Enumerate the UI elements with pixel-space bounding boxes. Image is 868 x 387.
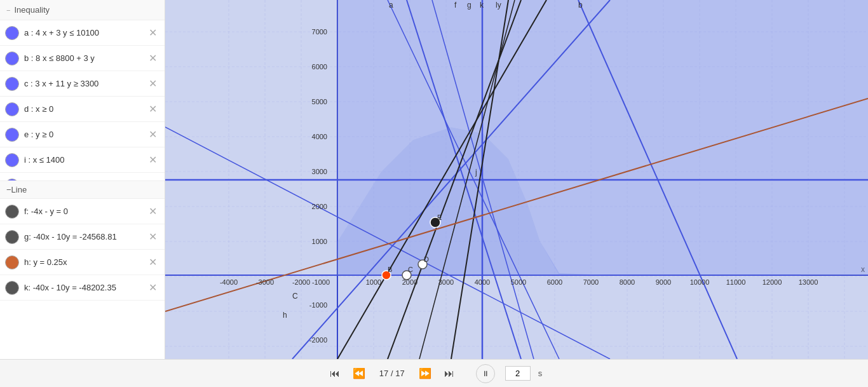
- inequality-item-b[interactable]: b : 8 x ≤ 8800 + 3 y ✕: [0, 46, 165, 71]
- inequality-item-c[interactable]: c : 3 x + 11 y ≥ 3300 ✕: [0, 71, 165, 97]
- item-label-c: c : 3 x + 11 y ≥ 3300: [24, 79, 146, 88]
- item-color-h: [5, 255, 19, 269]
- svg-text:9000: 9000: [656, 278, 671, 286]
- svg-text:5000: 5000: [511, 278, 526, 286]
- svg-text:h: h: [283, 311, 287, 320]
- main-container: − Inequality a : 4 x + 3 y ≤ 10100 ✕ b :…: [0, 0, 868, 359]
- item-color-f: [5, 205, 19, 219]
- svg-text:12000: 12000: [763, 278, 782, 286]
- svg-text:7000: 7000: [583, 278, 599, 286]
- svg-text:6000: 6000: [547, 278, 562, 286]
- inequality-collapse-icon[interactable]: −: [6, 6, 10, 14]
- svg-text:-3000: -3000: [256, 278, 274, 286]
- svg-text:3000: 3000: [312, 168, 327, 175]
- item-color-k: [5, 281, 19, 295]
- item-remove-h[interactable]: ✕: [146, 256, 159, 269]
- inequality-item-a[interactable]: a : 4 x + 3 y ≤ 10100 ✕: [0, 20, 165, 46]
- svg-text:D: D: [424, 255, 429, 263]
- item-label-h: h: y = 0.25x: [24, 257, 146, 267]
- line-section-header[interactable]: − Line: [0, 180, 165, 199]
- item-label-e: e : y ≥ 0: [24, 130, 146, 139]
- item-label-k: k: -40x - 10y = -48202.35: [24, 283, 146, 292]
- svg-text:8000: 8000: [620, 278, 635, 286]
- svg-text:6000: 6000: [312, 63, 327, 71]
- svg-text:1000: 1000: [312, 238, 327, 245]
- sidebar: − Inequality a : 4 x + 3 y ≤ 10100 ✕ b :…: [0, 0, 165, 359]
- inequality-section-header[interactable]: − Inequality: [0, 0, 165, 20]
- svg-text:C: C: [408, 266, 413, 273]
- svg-text:b: b: [578, 1, 583, 10]
- svg-text:ly: ly: [496, 1, 501, 10]
- svg-text:5000: 5000: [312, 98, 327, 105]
- speed-unit-label: s: [538, 369, 543, 378]
- item-color-i: [5, 153, 19, 167]
- next-page-button[interactable]: ⏩: [415, 365, 435, 382]
- svg-text:-4000: -4000: [220, 278, 238, 286]
- svg-text:j: j: [475, 168, 477, 177]
- inequality-item-e[interactable]: e : y ≥ 0 ✕: [0, 122, 165, 147]
- svg-text:a: a: [389, 1, 393, 10]
- item-color-d: [5, 102, 19, 116]
- item-remove-a[interactable]: ✕: [146, 27, 159, 39]
- graph-svg: x: [165, 0, 868, 359]
- svg-text:13000: 13000: [799, 278, 818, 286]
- speed-input[interactable]: [505, 366, 531, 381]
- item-color-c: [5, 77, 19, 91]
- last-page-button[interactable]: ⏭: [440, 365, 458, 382]
- inequality-section-title: Inequality: [14, 5, 50, 15]
- svg-text:2000: 2000: [312, 203, 327, 210]
- svg-text:C: C: [292, 292, 298, 301]
- item-label-f: f: -4x - y = 0: [24, 207, 146, 216]
- line-collapse-icon[interactable]: −: [6, 185, 11, 194]
- item-label-a: a : 4 x + 3 y ≤ 10100: [24, 28, 146, 37]
- prev-page-button[interactable]: ⏪: [349, 365, 369, 382]
- svg-text:1000: 1000: [366, 278, 381, 286]
- item-remove-k[interactable]: ✕: [146, 282, 159, 294]
- svg-text:-2000: -2000: [292, 278, 310, 286]
- inequality-item-i[interactable]: i : x ≤ 1400 ✕: [0, 147, 165, 173]
- svg-text:11000: 11000: [726, 278, 746, 286]
- inequality-item-d[interactable]: d : x ≥ 0 ✕: [0, 97, 165, 122]
- item-color-b: [5, 51, 19, 65]
- page-indicator: 17 / 17: [379, 369, 405, 378]
- svg-text:-1000: -1000: [309, 301, 327, 309]
- svg-text:4000: 4000: [475, 278, 490, 286]
- svg-text:k: k: [480, 1, 484, 10]
- svg-text:-2000: -2000: [309, 336, 327, 344]
- inequality-item-j[interactable]: j : y ≤ 2700 ✕: [0, 173, 165, 180]
- item-label-g: g: -40x - 10y = -24568.81: [24, 232, 146, 241]
- pause-button[interactable]: ⏸: [476, 364, 495, 383]
- line-items-list: f: -4x - y = 0 ✕ g: -40x - 10y = -24568.…: [0, 199, 165, 359]
- item-remove-f[interactable]: ✕: [146, 205, 159, 218]
- item-label-d: d : x ≥ 0: [24, 104, 146, 114]
- item-remove-d[interactable]: ✕: [146, 103, 159, 116]
- item-remove-g[interactable]: ✕: [146, 231, 159, 243]
- line-item-f[interactable]: f: -4x - y = 0 ✕: [0, 199, 165, 224]
- line-item-g[interactable]: g: -40x - 10y = -24568.81 ✕: [0, 224, 165, 250]
- svg-text:g: g: [467, 1, 471, 10]
- item-remove-i[interactable]: ✕: [146, 154, 159, 166]
- item-remove-c[interactable]: ✕: [146, 78, 159, 90]
- item-label-b: b : 8 x ≤ 8800 + 3 y: [24, 53, 146, 63]
- bottom-toolbar: ⏮ ⏪ 17 / 17 ⏩ ⏭ ⏸ s: [0, 359, 868, 387]
- svg-text:7000: 7000: [312, 28, 327, 36]
- svg-text:E: E: [437, 214, 442, 221]
- item-label-i: i : x ≤ 1400: [24, 155, 146, 165]
- line-item-h[interactable]: h: y = 0.25x ✕: [0, 250, 165, 275]
- graph-area[interactable]: x: [165, 0, 868, 359]
- first-page-button[interactable]: ⏮: [326, 365, 344, 382]
- svg-text:B: B: [388, 266, 392, 273]
- item-remove-b[interactable]: ✕: [146, 52, 159, 65]
- item-color-e: [5, 128, 19, 142]
- svg-text:4000: 4000: [312, 133, 327, 140]
- item-color-a: [5, 26, 19, 40]
- line-item-k[interactable]: k: -40x - 10y = -48202.35 ✕: [0, 275, 165, 301]
- svg-text:-1000: -1000: [312, 278, 330, 286]
- svg-text:10000: 10000: [690, 278, 710, 286]
- item-remove-e[interactable]: ✕: [146, 128, 159, 141]
- line-section-title: Line: [11, 185, 27, 194]
- item-color-g: [5, 230, 19, 244]
- svg-text:3000: 3000: [438, 278, 454, 286]
- inequality-items-list: a : 4 x + 3 y ≤ 10100 ✕ b : 8 x ≤ 8800 +…: [0, 20, 165, 180]
